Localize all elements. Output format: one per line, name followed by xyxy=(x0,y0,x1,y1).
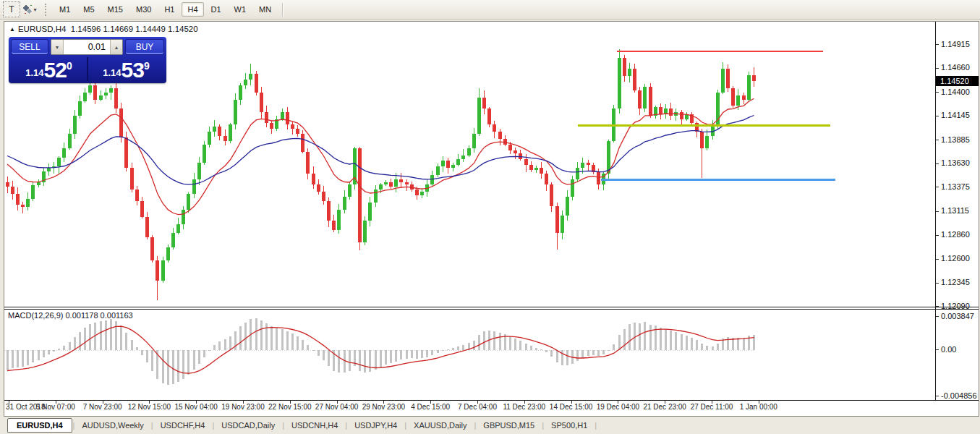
arrange-charts-button[interactable]: ▾ xyxy=(22,2,38,17)
timeframe-button-m5[interactable]: M5 xyxy=(77,2,100,17)
candle-body xyxy=(384,182,388,184)
tab-usdcnh-h4[interactable]: USDCNH,H4 xyxy=(285,419,344,432)
candle-body xyxy=(192,179,196,194)
volume-input[interactable]: 0.01 xyxy=(64,40,110,54)
timeframe-button-m30[interactable]: M30 xyxy=(130,2,157,17)
buy-button[interactable]: BUY xyxy=(125,39,164,55)
chart-title-symbol: EURUSD,H4 xyxy=(18,25,66,33)
candle-body xyxy=(119,109,123,137)
candle-body xyxy=(78,101,82,116)
date-axis-label: 21 Dec 23:00 xyxy=(643,403,686,411)
macd-histogram-bar xyxy=(691,338,693,350)
candle-body xyxy=(566,197,569,216)
macd-histogram-bar xyxy=(203,350,205,357)
macd-histogram-bar xyxy=(244,323,247,350)
macd-histogram-bar xyxy=(644,322,646,350)
price-tick xyxy=(936,116,939,116)
tab-audusd-weekly[interactable]: AUDUSD,Weekly xyxy=(75,419,150,432)
candle-body xyxy=(399,179,403,182)
candle-body xyxy=(166,247,170,260)
volume-decrease-button[interactable]: ▼ xyxy=(51,40,64,54)
text-tool-button[interactable]: T xyxy=(3,1,20,17)
buy-price-sup: 9 xyxy=(144,60,150,72)
tab-eurusd-h4[interactable]: EURUSD,H4 xyxy=(7,418,72,433)
candle-body xyxy=(477,98,481,134)
candle-body xyxy=(213,127,216,132)
macd-histogram-bar xyxy=(681,334,683,350)
macd-histogram-bar xyxy=(131,340,133,350)
macd-histogram-bar xyxy=(270,326,273,350)
candle-body xyxy=(306,152,310,174)
macd-histogram-bar xyxy=(717,344,719,350)
candle-body xyxy=(265,112,268,123)
macd-indicator-plot[interactable] xyxy=(4,310,935,400)
macd-histogram-bar xyxy=(437,350,439,353)
candle-body xyxy=(555,206,559,233)
timeframe-button-mn[interactable]: MN xyxy=(253,2,277,17)
tab-separator: | xyxy=(151,421,153,430)
tab-sp500-h1[interactable]: SP500,H1 xyxy=(545,419,594,432)
candle-body xyxy=(270,123,273,129)
candle-body xyxy=(239,85,242,100)
macd-histogram-bar xyxy=(291,333,294,350)
macd-histogram-bar xyxy=(670,331,672,350)
timeframe-button-m15[interactable]: M15 xyxy=(102,2,129,17)
candle-body xyxy=(643,87,647,109)
volume-increase-button[interactable]: ▲ xyxy=(110,40,122,54)
sell-button[interactable]: SELL xyxy=(11,39,48,55)
tab-gbpusd-m15[interactable]: GBPUSD,M15 xyxy=(477,419,541,432)
candle-body xyxy=(508,145,512,150)
macd-histogram-bar xyxy=(597,350,600,356)
macd-histogram-bar xyxy=(79,332,81,350)
candle-body xyxy=(446,161,450,168)
timeframe-button-m1[interactable]: M1 xyxy=(54,2,76,17)
candle-body xyxy=(461,156,465,159)
candle-body xyxy=(524,159,528,165)
timeframe-button-w1[interactable]: W1 xyxy=(229,2,252,17)
candle-body xyxy=(581,163,584,168)
candle-body xyxy=(37,182,41,185)
macd-histogram-bar xyxy=(499,333,501,350)
macd-indicator-label: MACD(12,26,9) 0.001178 0.001163 xyxy=(8,311,133,320)
tab-xauusd-daily[interactable]: XAUUSD,Daily xyxy=(407,419,473,432)
tab-usdcad-daily[interactable]: USDCAD,Daily xyxy=(215,419,281,432)
price-tick xyxy=(936,92,939,93)
candle-body xyxy=(623,58,626,76)
toolbar-grip[interactable] xyxy=(45,4,48,16)
sell-price-display[interactable]: 1.14520 xyxy=(11,57,88,81)
candle-body xyxy=(669,109,673,116)
date-axis-label: 27 Nov 04:00 xyxy=(315,403,359,411)
tab-separator: | xyxy=(282,421,284,430)
timeframe-button-d1[interactable]: D1 xyxy=(205,2,227,17)
buy-price-display[interactable]: 1.14539 xyxy=(88,57,164,81)
pane-divider[interactable] xyxy=(4,309,979,310)
macd-axis-label: 0.00 xyxy=(941,345,956,354)
candle-body xyxy=(456,159,460,165)
macd-histogram-bar xyxy=(556,350,558,362)
macd-histogram-bar xyxy=(276,328,278,350)
candle-body xyxy=(114,88,118,109)
candle-body xyxy=(171,233,175,247)
macd-histogram-bar xyxy=(385,350,387,365)
macd-histogram-bar xyxy=(743,338,745,350)
macd-histogram-bar xyxy=(7,350,9,370)
sell-price-sup: 0 xyxy=(67,60,72,72)
pane-divider[interactable] xyxy=(4,307,979,307)
timeframe-button-h1[interactable]: H1 xyxy=(158,2,180,17)
candle-body xyxy=(218,127,221,136)
candle-body xyxy=(99,95,103,100)
macd-histogram-bar xyxy=(623,329,626,350)
macd-histogram-bar xyxy=(141,350,143,355)
candle-body xyxy=(571,179,574,197)
price-axis-label: 1.12345 xyxy=(941,278,970,286)
tab-usdchf-h4[interactable]: USDCHF,H4 xyxy=(154,419,212,432)
macd-histogram-bar xyxy=(125,333,127,350)
timeframe-button-h4[interactable]: H4 xyxy=(182,2,203,17)
candle-body xyxy=(286,112,289,124)
macd-histogram-bar xyxy=(462,345,464,350)
tab-usdjpy-h4[interactable]: USDJPY,H4 xyxy=(348,419,404,432)
candle-body xyxy=(363,221,367,242)
buy-price-main: 1.14 xyxy=(103,67,121,78)
macd-histogram-bar xyxy=(115,321,117,350)
price-tick xyxy=(936,44,939,45)
